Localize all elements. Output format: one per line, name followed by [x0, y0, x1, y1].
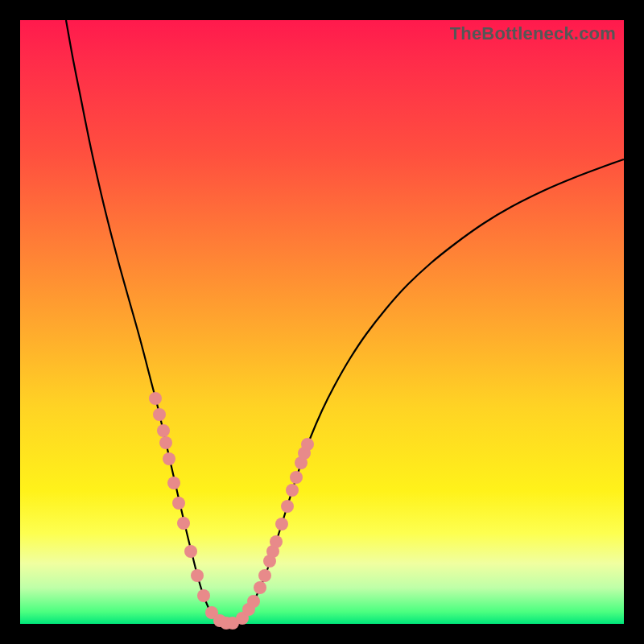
data-marker — [157, 424, 170, 437]
data-marker — [163, 452, 175, 465]
data-marker — [159, 436, 172, 449]
data-marker — [286, 484, 299, 497]
data-marker — [172, 497, 185, 510]
data-marker — [191, 569, 204, 582]
data-marker — [177, 517, 190, 530]
data-marker — [167, 477, 180, 489]
chart-plot-area: TheBottleneck.com — [20, 20, 624, 624]
data-marker — [197, 589, 210, 602]
markers-right-group — [236, 438, 314, 625]
data-marker — [301, 438, 314, 451]
data-marker — [281, 500, 294, 513]
bottleneck-curve — [66, 20, 624, 623]
data-marker — [149, 392, 162, 405]
data-marker — [254, 581, 266, 594]
data-marker — [270, 535, 283, 548]
data-marker — [184, 545, 197, 558]
data-marker — [247, 595, 260, 608]
data-marker — [153, 408, 166, 421]
chart-svg — [20, 20, 624, 624]
data-marker — [258, 569, 271, 582]
markers-left-group — [149, 392, 239, 630]
data-marker — [275, 518, 288, 530]
data-marker — [290, 471, 303, 484]
